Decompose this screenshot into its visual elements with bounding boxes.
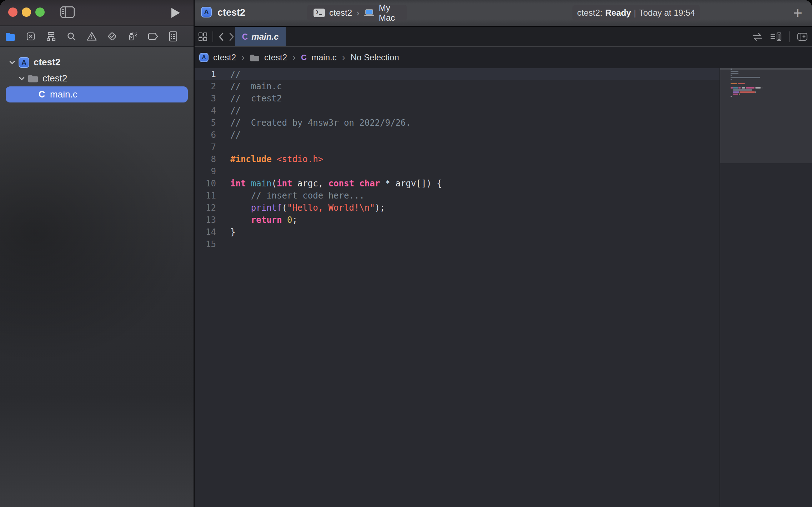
find-navigator-icon[interactable]: [61, 29, 81, 44]
line-number: 15: [195, 238, 216, 250]
project-tree: A ctest2 ctest2 C main.c: [0, 47, 194, 507]
scheme-selector[interactable]: ctest2 › My Mac: [307, 5, 407, 21]
code-editor[interactable]: 1//2// main.c3// ctest24//5// Created by…: [195, 68, 720, 507]
debug-navigator-icon[interactable]: [122, 29, 142, 44]
code-text: // ctest2: [216, 92, 282, 105]
breadcrumb-selection[interactable]: No Selection: [351, 52, 399, 62]
editor-options-icon[interactable]: [770, 32, 782, 42]
project-app-icon[interactable]: A: [199, 53, 209, 62]
disclosure-chevron-icon[interactable]: [17, 77, 26, 80]
line-number: 14: [195, 226, 216, 238]
project-title: ctest2: [217, 7, 245, 18]
code-text: //: [216, 105, 241, 117]
code-line-8[interactable]: 8#include <stdio.h>: [195, 153, 720, 165]
code-lines: 1//2// main.c3// ctest24//5// Created by…: [195, 68, 720, 250]
breadcrumb-chevron-icon: ›: [241, 52, 245, 63]
c-file-icon: C: [39, 89, 45, 100]
code-line-15[interactable]: 15: [195, 238, 720, 250]
minimize-window-button[interactable]: [22, 7, 31, 17]
code-line-1[interactable]: 1//: [195, 68, 720, 80]
run-button[interactable]: [168, 6, 182, 20]
report-navigator-icon[interactable]: [163, 29, 183, 44]
scheme-target-label[interactable]: ctest2: [329, 8, 352, 18]
terminal-target-icon: [314, 9, 325, 17]
status-project-label: ctest2:: [577, 8, 602, 18]
tab-main-c[interactable]: C main.c: [235, 27, 286, 47]
add-editor-icon[interactable]: [797, 32, 808, 41]
minimap[interactable]: [720, 68, 812, 507]
line-number: 12: [195, 202, 216, 214]
tree-item-label: main.c: [50, 89, 77, 100]
project-navigator-icon[interactable]: [0, 29, 20, 44]
code-text: //: [216, 68, 241, 80]
code-line-3[interactable]: 3// ctest2: [195, 92, 720, 105]
code-text: #include <stdio.h>: [216, 153, 323, 165]
minimap-bar-line-13: [733, 94, 738, 95]
close-window-button[interactable]: [8, 7, 17, 17]
toggle-sidebar-icon[interactable]: [60, 6, 75, 19]
minimap-bar-line-2: [731, 71, 738, 72]
editor-tab-bar: C main.c: [195, 27, 812, 47]
tree-item-project-ctest2[interactable]: A ctest2: [0, 54, 194, 70]
code-line-11[interactable]: 11 // insert code here...: [195, 190, 720, 202]
code-text: return 0;: [216, 214, 297, 226]
c-file-icon: C: [301, 53, 307, 62]
tree-item-group-ctest2[interactable]: ctest2: [0, 70, 194, 86]
code-line-9[interactable]: 9: [195, 165, 720, 177]
minimap-bar-line-12: [733, 91, 739, 93]
line-number: 6: [195, 129, 216, 141]
code-line-14[interactable]: 14}: [195, 226, 720, 238]
code-line-13[interactable]: 13 return 0;: [195, 214, 720, 226]
test-navigator-icon[interactable]: [102, 29, 122, 44]
breadcrumb-file[interactable]: main.c: [311, 52, 337, 62]
window-titlebar[interactable]: [0, 0, 194, 26]
minimap-bar-line-10: [742, 87, 745, 89]
minimap-bar-line-12: [740, 91, 755, 93]
breadcrumb-group[interactable]: ctest2: [264, 52, 287, 62]
breadcrumb-chevron-icon: ›: [341, 52, 346, 63]
code-text: [216, 141, 230, 153]
tab-overview-icon[interactable]: [198, 32, 207, 41]
go-forward-button[interactable]: [229, 32, 235, 41]
line-number: 3: [195, 92, 216, 105]
scheme-destination-label[interactable]: My Mac: [379, 3, 401, 23]
status-divider: |: [634, 8, 636, 18]
code-review-icon[interactable]: [752, 32, 763, 41]
laptop-icon: [364, 9, 375, 17]
code-line-4[interactable]: 4//: [195, 105, 720, 117]
code-line-10[interactable]: 10int main(int argc, const char * argv[]…: [195, 177, 720, 190]
tree-item-label: ctest2: [42, 73, 67, 84]
minimap-bar-line-1: [731, 69, 732, 70]
code-line-6[interactable]: 6//: [195, 129, 720, 141]
minimap-bar-line-12: [755, 91, 756, 93]
tree-item-file-main-c[interactable]: C main.c: [0, 86, 194, 102]
minimap-bar-line-11: [733, 89, 752, 91]
code-text: [216, 165, 230, 177]
breadcrumb-project[interactable]: ctest2: [213, 52, 236, 62]
code-line-2[interactable]: 2// main.c: [195, 80, 720, 92]
go-back-button[interactable]: [218, 32, 224, 41]
minimap-bar-line-4: [731, 75, 732, 76]
project-app-icon: A: [19, 57, 29, 68]
navigator-icon-bar: [0, 26, 194, 47]
zoom-window-button[interactable]: [35, 7, 45, 17]
folder-icon[interactable]: [250, 54, 260, 61]
minimap-viewport-region: [720, 68, 812, 163]
code-line-7[interactable]: 7: [195, 141, 720, 153]
code-line-12[interactable]: 12 printf("Hello, World!\n");: [195, 202, 720, 214]
code-text: //: [216, 129, 241, 141]
xcode-window: A ctest2 ctest2 C main.c: [0, 0, 812, 507]
symbol-navigator-icon[interactable]: [41, 29, 61, 44]
scheme-separator-chevron: ›: [356, 7, 360, 19]
activity-status-display[interactable]: ctest2: Ready | Today at 19:54: [572, 5, 700, 21]
code-line-5[interactable]: 5// Created by 4nsw3r on 2022/9/26.: [195, 117, 720, 129]
new-tab-button[interactable]: +: [789, 4, 807, 21]
disclosure-chevron-icon[interactable]: [7, 61, 17, 64]
minimap-bar-line-10: [738, 87, 741, 89]
issue-navigator-icon[interactable]: [81, 29, 102, 44]
editor-pane: A ctest2 ctest2 › My Mac ctest2: Ready |: [195, 0, 812, 507]
code-text: int main(int argc, const char * argv[]) …: [216, 177, 442, 190]
source-control-navigator-icon[interactable]: [20, 29, 41, 44]
minimap-bar-line-8: [738, 83, 745, 85]
breakpoint-navigator-icon[interactable]: [142, 29, 163, 44]
